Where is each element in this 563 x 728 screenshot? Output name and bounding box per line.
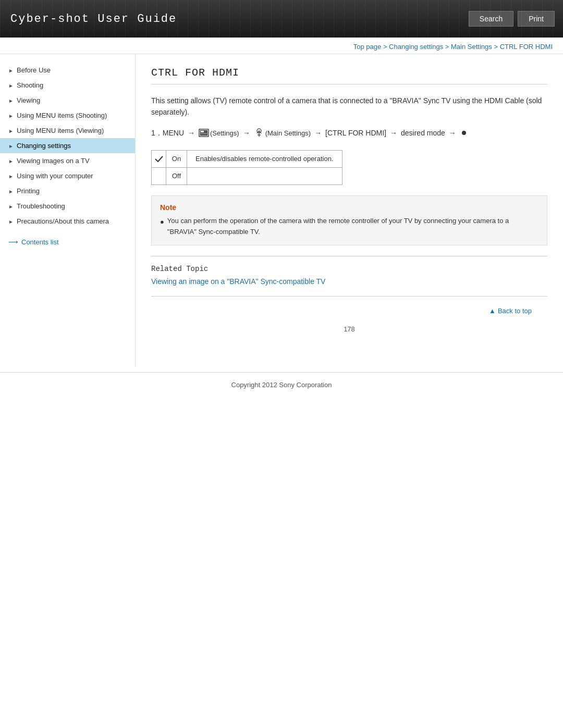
arrow-icon: ► bbox=[8, 113, 14, 118]
note-box: Note ● You can perform the operation of … bbox=[151, 195, 547, 245]
svg-rect-3 bbox=[201, 133, 207, 134]
sidebar-label-shooting: Shooting bbox=[17, 81, 43, 89]
related-topic-link-0[interactable]: Viewing an image on a "BRAVIA" Sync-comp… bbox=[151, 277, 325, 286]
settings-table: On Enables/disables remote-controlled op… bbox=[151, 150, 342, 185]
page-description: This setting allows (TV) remote control … bbox=[151, 95, 547, 118]
note-bullet-icon: ● bbox=[160, 217, 164, 228]
breadcrumb-ctrl-hdmi[interactable]: CTRL FOR HDMI bbox=[500, 43, 553, 51]
sidebar-label-troubleshooting: Troubleshooting bbox=[17, 202, 65, 210]
arrow-icon: ► bbox=[8, 83, 14, 88]
sidebar-label-using-menu-shooting: Using MENU items (Shooting) bbox=[17, 112, 107, 119]
related-topic-section: Related Topic Viewing an image on a "BRA… bbox=[151, 256, 547, 286]
related-topic-title: Related Topic bbox=[151, 265, 547, 273]
instruction-desired-mode: desired mode bbox=[401, 127, 445, 140]
sidebar-item-precautions[interactable]: ► Precautions/About this camera bbox=[0, 214, 135, 229]
main-layout: ► Before Use ► Shooting ► Viewing ► Usin… bbox=[0, 54, 563, 367]
arrow-sym-3: → bbox=[314, 127, 322, 140]
sidebar-item-printing[interactable]: ► Printing bbox=[0, 183, 135, 199]
settings-row-off: Off bbox=[152, 168, 342, 184]
arrow-icon: ► bbox=[8, 143, 14, 149]
settings-row-on: On Enables/disables remote-controlled op… bbox=[152, 151, 342, 168]
sidebar-label-viewing: Viewing bbox=[17, 96, 40, 104]
on-description: Enables/disables remote-controlled opera… bbox=[187, 152, 342, 166]
arrow-icon: ► bbox=[8, 158, 14, 164]
arrow-sym-4: → bbox=[390, 127, 397, 140]
arrow-icon: ► bbox=[8, 128, 14, 133]
bullet-end-icon bbox=[462, 131, 466, 135]
off-label: Off bbox=[166, 168, 187, 184]
breadcrumb: Top page > Changing settings > Main Sett… bbox=[0, 38, 563, 54]
page-number: 178 bbox=[151, 325, 547, 333]
sidebar-item-using-with-computer[interactable]: ► Using with your computer bbox=[0, 168, 135, 183]
arrow-sym-5: → bbox=[449, 127, 456, 140]
sidebar-label-viewing-images-tv: Viewing images on a TV bbox=[17, 157, 90, 165]
arrow-sym-2: → bbox=[243, 127, 250, 140]
settings-icon: (Settings) bbox=[199, 127, 239, 139]
search-button[interactable]: Search bbox=[469, 11, 513, 27]
content-area: CTRL FOR HDMI This setting allows (TV) r… bbox=[136, 54, 563, 349]
arrow-icon: ► bbox=[8, 219, 14, 224]
arrow-icon: ► bbox=[8, 204, 14, 209]
checkmark-off bbox=[152, 168, 166, 184]
sidebar-label-before-use: Before Use bbox=[17, 66, 51, 74]
note-title: Note bbox=[160, 203, 538, 212]
arrow-icon: ► bbox=[8, 174, 14, 179]
page-title: CTRL FOR HDMI bbox=[151, 67, 547, 84]
sidebar-label-using-with-computer: Using with your computer bbox=[17, 172, 93, 180]
header-title-area: Cyber-shot User Guide bbox=[0, 0, 469, 38]
sidebar-item-changing-settings[interactable]: ► Changing settings bbox=[0, 138, 135, 153]
header-actions: Search Print bbox=[469, 0, 563, 38]
arrow-icon: ► bbox=[8, 189, 14, 194]
svg-rect-2 bbox=[201, 131, 204, 132]
breadcrumb-top-page[interactable]: Top page bbox=[353, 43, 382, 51]
breadcrumb-sep2: > bbox=[445, 43, 451, 51]
header: Cyber-shot User Guide Search Print bbox=[0, 0, 563, 38]
off-description bbox=[187, 173, 204, 179]
back-to-top-arrow-icon: ▲ bbox=[489, 307, 496, 315]
instruction-text: 1．MENU → (Settings) → bbox=[151, 127, 547, 140]
note-item-0: ● You can perform the operation of the c… bbox=[160, 216, 538, 238]
sidebar-label-using-menu-viewing: Using MENU items (Viewing) bbox=[17, 127, 104, 134]
sidebar-item-viewing[interactable]: ► Viewing bbox=[0, 93, 135, 108]
arrow-icon: ► bbox=[8, 98, 14, 103]
instruction-step: 1．MENU bbox=[151, 127, 184, 140]
main-settings-icon: (Main Settings) bbox=[254, 127, 311, 139]
contents-list-label: Contents list bbox=[21, 238, 59, 246]
sidebar-label-printing: Printing bbox=[17, 187, 40, 195]
sidebar-label-changing-settings: Changing settings bbox=[17, 142, 71, 150]
breadcrumb-main-settings[interactable]: Main Settings bbox=[451, 43, 492, 51]
copyright-text: Copyright 2012 Sony Corporation bbox=[231, 381, 332, 389]
sidebar: ► Before Use ► Shooting ► Viewing ► Usin… bbox=[0, 54, 136, 367]
arrow-icon: ► bbox=[8, 68, 14, 73]
sidebar-item-viewing-images-tv[interactable]: ► Viewing images on a TV bbox=[0, 153, 135, 168]
breadcrumb-sep3: > bbox=[494, 43, 499, 51]
back-to-top-label: Back to top bbox=[498, 307, 532, 315]
arrow-sym-1: → bbox=[188, 127, 195, 140]
note-text-0: You can perform the operation of the cam… bbox=[167, 216, 538, 238]
checkmark-on bbox=[152, 151, 166, 167]
sidebar-item-troubleshooting[interactable]: ► Troubleshooting bbox=[0, 199, 135, 214]
arrow-right-icon: ⟶ bbox=[8, 238, 18, 246]
footer: Copyright 2012 Sony Corporation bbox=[0, 372, 563, 397]
breadcrumb-sep1: > bbox=[383, 43, 389, 51]
sidebar-item-before-use[interactable]: ► Before Use bbox=[0, 63, 135, 78]
instruction-ctrl-hdmi: [CTRL FOR HDMI] bbox=[325, 127, 386, 140]
sidebar-item-shooting[interactable]: ► Shooting bbox=[0, 78, 135, 93]
sidebar-item-using-menu-viewing[interactable]: ► Using MENU items (Viewing) bbox=[0, 123, 135, 138]
on-label: On bbox=[166, 151, 187, 167]
back-to-top-link[interactable]: ▲ Back to top bbox=[489, 307, 532, 315]
contents-list-link[interactable]: ⟶ Contents list bbox=[0, 233, 135, 251]
back-to-top-row: ▲ Back to top bbox=[151, 296, 547, 320]
sidebar-item-using-menu-shooting[interactable]: ► Using MENU items (Shooting) bbox=[0, 108, 135, 123]
breadcrumb-changing-settings[interactable]: Changing settings bbox=[389, 43, 443, 51]
sidebar-label-precautions: Precautions/About this camera bbox=[17, 217, 109, 225]
print-button[interactable]: Print bbox=[518, 11, 555, 27]
app-title: Cyber-shot User Guide bbox=[10, 13, 177, 26]
